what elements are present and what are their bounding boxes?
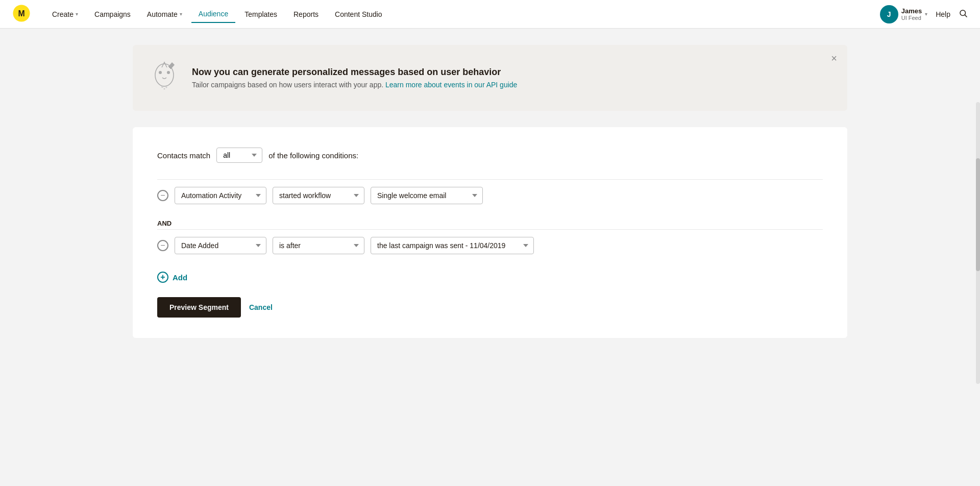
nav-reports[interactable]: Reports [286, 6, 326, 22]
close-button[interactable]: × [831, 53, 837, 63]
svg-text:M: M [18, 9, 24, 17]
nav-audience[interactable]: Audience [191, 6, 235, 23]
nav-templates[interactable]: Templates [237, 6, 284, 22]
match-row: Contacts match all any of the following … [157, 148, 823, 163]
condition-2-value-select[interactable]: the last campaign was sent - 11/04/2019 … [371, 237, 534, 254]
nav-items: Create ▾ Campaigns Automate ▾ Audience T… [45, 6, 880, 23]
conditions-suffix: of the following conditions: [268, 151, 358, 160]
navbar: M Create ▾ Campaigns Automate ▾ Audience… [0, 0, 980, 29]
user-name: James [901, 7, 922, 15]
condition-2-field-select[interactable]: Date Added Automation Activity Email Add… [175, 237, 266, 254]
banner-title: Now you can generate personalized messag… [192, 67, 517, 78]
condition-row-1: − Automation Activity Date Added Email A… [157, 179, 823, 211]
condition-2-operator-select[interactable]: is after is before is is within [273, 237, 364, 254]
action-row: Preview Segment Cancel [157, 293, 823, 318]
add-label: Add [173, 273, 187, 282]
svg-point-5 [159, 71, 162, 74]
chevron-down-icon: ▾ [76, 11, 78, 17]
chevron-down-icon: ▾ [925, 11, 927, 17]
preview-segment-button[interactable]: Preview Segment [157, 297, 241, 318]
add-condition-row[interactable]: + Add [157, 261, 823, 293]
nav-campaigns[interactable]: Campaigns [87, 6, 138, 22]
user-sub: UI Feed [901, 15, 922, 21]
condition-row-2: − Date Added Automation Activity Email A… [157, 229, 823, 261]
main-content: Now you can generate personalized messag… [0, 29, 980, 354]
match-select[interactable]: all any [216, 148, 262, 163]
banner-icon [149, 57, 180, 99]
svg-point-8 [161, 86, 163, 88]
and-divider: AND [157, 211, 823, 229]
container: Now you can generate personalized messag… [133, 45, 847, 338]
svg-point-10 [166, 87, 167, 88]
logo[interactable]: M [12, 4, 45, 25]
nav-help[interactable]: Help [936, 10, 950, 18]
condition-1-operator-select[interactable]: started workflow completed workflow clic… [273, 187, 364, 204]
svg-point-9 [164, 88, 165, 90]
condition-1-field-select[interactable]: Automation Activity Date Added Email Add… [175, 187, 266, 204]
svg-point-6 [167, 71, 170, 74]
scrollbar[interactable] [976, 102, 980, 354]
banner-link[interactable]: Learn more about events in our API guide [385, 81, 517, 89]
cancel-button[interactable]: Cancel [249, 303, 273, 311]
add-icon: + [157, 272, 168, 283]
notification-banner: Now you can generate personalized messag… [133, 45, 847, 111]
contacts-match-label: Contacts match [157, 151, 210, 160]
svg-point-2 [960, 10, 966, 16]
chevron-down-icon: ▾ [180, 11, 182, 17]
search-icon[interactable] [959, 9, 968, 20]
remove-condition-2-button[interactable]: − [157, 240, 168, 251]
remove-condition-1-button[interactable]: − [157, 190, 168, 201]
nav-right: J James UI Feed ▾ Help [880, 5, 968, 23]
nav-create[interactable]: Create ▾ [45, 6, 85, 22]
banner-desc: Tailor campaigns based on how users inte… [192, 81, 517, 89]
nav-user[interactable]: J James UI Feed ▾ [880, 5, 927, 23]
avatar: J [880, 5, 898, 23]
scroll-thumb [976, 158, 980, 271]
banner-text: Now you can generate personalized messag… [192, 67, 517, 89]
nav-content-studio[interactable]: Content Studio [328, 6, 389, 22]
svg-line-3 [965, 15, 967, 17]
condition-1-value-select[interactable]: Single welcome email Onboarding series R… [371, 187, 483, 204]
nav-automate[interactable]: Automate ▾ [140, 6, 189, 22]
segment-builder: Contacts match all any of the following … [133, 127, 847, 338]
